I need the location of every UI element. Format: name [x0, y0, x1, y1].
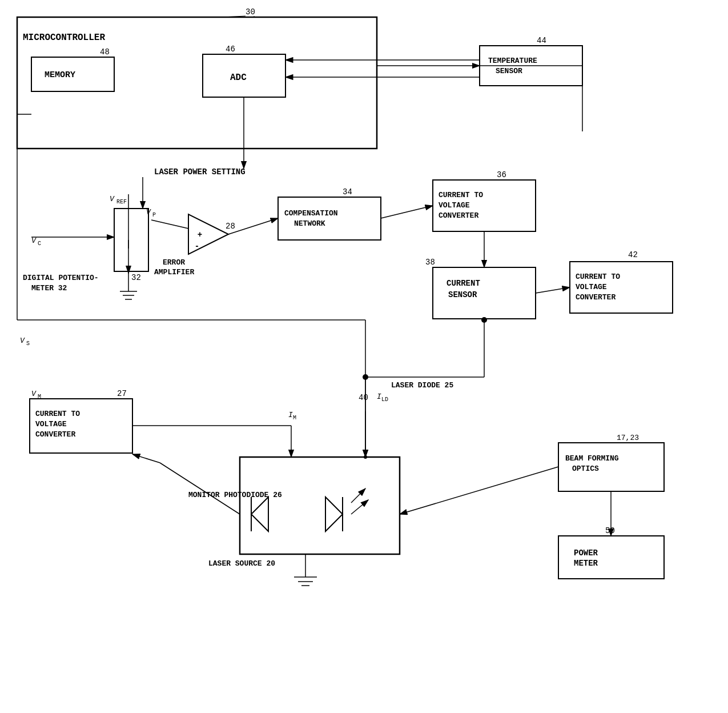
svg-text:-: - — [195, 242, 199, 251]
svg-text:V: V — [110, 195, 115, 203]
svg-line-96 — [536, 287, 570, 293]
svg-text:BEAM FORMING: BEAM FORMING — [565, 454, 619, 463]
svg-rect-3 — [480, 46, 582, 86]
svg-rect-1 — [31, 57, 114, 91]
svg-text:48: 48 — [100, 47, 110, 57]
svg-text:CONVERTER: CONVERTER — [35, 430, 75, 439]
svg-text:CONVERTER: CONVERTER — [576, 293, 616, 302]
svg-marker-105 — [251, 497, 268, 531]
svg-line-93 — [228, 218, 278, 234]
svg-text:MEMORY: MEMORY — [45, 70, 75, 80]
svg-rect-4 — [278, 197, 381, 240]
svg-text:40: 40 — [359, 393, 368, 402]
svg-point-104 — [364, 455, 367, 459]
svg-text:SENSOR: SENSOR — [496, 67, 522, 75]
svg-text:44: 44 — [537, 36, 546, 45]
svg-text:32: 32 — [131, 273, 141, 282]
svg-marker-107 — [325, 497, 343, 531]
svg-text:ADC: ADC — [230, 73, 247, 83]
svg-text:CURRENT TO: CURRENT TO — [576, 273, 620, 281]
svg-rect-8 — [30, 399, 132, 453]
svg-text:MONITOR PHOTODIODE 26: MONITOR PHOTODIODE 26 — [188, 491, 282, 499]
svg-line-109 — [351, 488, 365, 503]
svg-rect-11 — [240, 457, 400, 554]
svg-text:36: 36 — [497, 170, 506, 179]
svg-text:CURRENT: CURRENT — [447, 279, 480, 288]
svg-text:CURRENT TO: CURRENT TO — [439, 191, 483, 199]
svg-text:27: 27 — [117, 389, 127, 398]
svg-rect-10 — [558, 536, 664, 579]
svg-line-110 — [351, 500, 368, 514]
svg-rect-7 — [570, 262, 673, 313]
svg-text:POWER: POWER — [574, 548, 598, 558]
svg-text:V: V — [20, 337, 25, 345]
svg-text:28: 28 — [226, 222, 235, 231]
svg-text:42: 42 — [628, 250, 638, 259]
svg-text:LD: LD — [381, 396, 388, 403]
svg-point-103 — [363, 374, 368, 380]
svg-text:M: M — [293, 415, 296, 421]
svg-marker-19 — [188, 214, 228, 254]
svg-text:CONVERTER: CONVERTER — [439, 211, 478, 220]
diagram-container: + - 30 46 48 44 34 36 38 42 27 17,23 50 … — [0, 0, 728, 713]
svg-text:V: V — [146, 208, 151, 217]
svg-rect-9 — [558, 443, 664, 491]
svg-text:ERROR: ERROR — [163, 258, 185, 267]
svg-text:VOLTAGE: VOLTAGE — [576, 283, 607, 291]
svg-text:P: P — [152, 212, 156, 218]
svg-text:LASER POWER SETTING: LASER POWER SETTING — [154, 167, 246, 177]
svg-rect-6 — [433, 267, 536, 319]
svg-text:OPTICS: OPTICS — [572, 464, 599, 473]
svg-line-94 — [381, 206, 433, 218]
svg-text:M: M — [38, 394, 41, 400]
svg-point-127 — [481, 317, 487, 323]
svg-line-113 — [400, 467, 558, 514]
svg-rect-5 — [433, 180, 536, 231]
svg-text:METER: METER — [574, 559, 598, 568]
svg-text:NETWORK: NETWORK — [294, 219, 325, 228]
svg-rect-2 — [203, 54, 285, 97]
svg-rect-12 — [114, 209, 148, 271]
svg-text:LASER DIODE 25: LASER DIODE 25 — [391, 381, 453, 390]
svg-text:REF: REF — [116, 199, 127, 205]
svg-text:CURRENT TO: CURRENT TO — [35, 410, 80, 418]
svg-text:METER 32: METER 32 — [31, 284, 67, 293]
svg-text:34: 34 — [343, 187, 352, 197]
svg-text:C: C — [38, 241, 41, 247]
svg-line-112 — [132, 454, 160, 463]
svg-line-111 — [160, 463, 240, 514]
svg-text:TEMPERATURE: TEMPERATURE — [488, 57, 537, 65]
svg-text:VOLTAGE: VOLTAGE — [439, 201, 470, 210]
svg-line-126 — [223, 16, 246, 17]
svg-text:DIGITAL POTENTIO-: DIGITAL POTENTIO- — [23, 274, 99, 282]
svg-line-91 — [151, 220, 188, 229]
svg-text:VOLTAGE: VOLTAGE — [35, 420, 67, 428]
svg-text:SENSOR: SENSOR — [448, 290, 477, 299]
svg-rect-0 — [17, 17, 377, 149]
svg-text:38: 38 — [425, 258, 435, 267]
svg-marker-14 — [126, 266, 131, 274]
svg-text:AMPLIFIER: AMPLIFIER — [154, 268, 194, 277]
svg-text:17,23: 17,23 — [617, 434, 639, 442]
svg-text:I: I — [288, 411, 293, 419]
svg-text:46: 46 — [226, 45, 235, 54]
svg-text:MICROCONTROLLER: MICROCONTROLLER — [23, 33, 105, 43]
svg-text:+: + — [198, 230, 202, 239]
svg-text:30: 30 — [246, 7, 255, 17]
svg-text:COMPENSATION: COMPENSATION — [284, 209, 338, 218]
svg-text:V: V — [31, 237, 37, 245]
svg-text:50: 50 — [605, 526, 615, 535]
svg-text:LASER SOURCE 20: LASER SOURCE 20 — [208, 559, 275, 568]
svg-text:V: V — [31, 390, 37, 398]
circuit-diagram-svg: + - 30 46 48 44 34 36 38 42 27 17,23 50 … — [0, 0, 728, 713]
svg-text:I: I — [377, 392, 381, 401]
svg-text:S: S — [26, 341, 30, 347]
